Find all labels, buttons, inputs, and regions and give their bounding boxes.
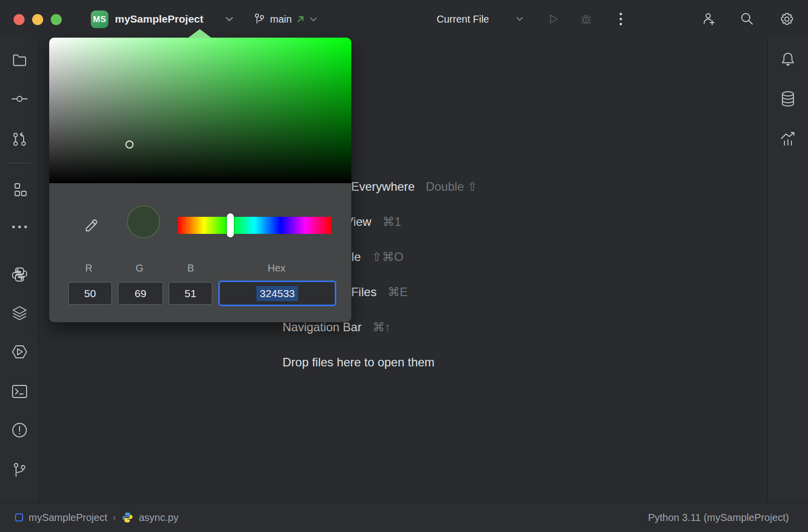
red-input[interactable]: 50 [68,282,112,305]
title-bar: MS mySampleProject main Current File [0,0,808,38]
window-zoom-button[interactable] [51,14,62,25]
problems-icon[interactable] [11,422,28,439]
stripe-divider [8,163,32,163]
layers-icon[interactable] [11,305,28,322]
popup-callout-arrow [188,29,212,38]
branch-name: main [270,14,292,25]
breadcrumb-file[interactable]: async.py [139,512,179,523]
settings-gear-icon[interactable] [779,11,795,27]
more-actions-kebab-icon[interactable] [613,11,629,27]
run-configuration-selector[interactable]: Current File [437,14,489,25]
breadcrumb-chevron-icon: › [113,512,116,523]
color-preview-swatch [127,205,160,238]
status-bar: mySampleProject › async.py Python 3.11 (… [0,502,808,532]
structure-icon[interactable] [11,181,28,198]
hue-slider-handle[interactable] [227,213,234,237]
version-control-icon[interactable] [11,461,28,478]
left-tool-stripe [0,38,39,502]
pull-request-icon[interactable] [11,130,28,148]
database-icon[interactable] [779,90,796,107]
outgoing-commits-arrow-icon [296,15,305,24]
debug-button[interactable] [578,11,594,27]
green-label: G [136,262,144,274]
blue-label: B [187,262,194,274]
more-tool-windows-icon[interactable] [11,218,28,235]
hex-label: Hex [267,262,286,274]
project-name[interactable]: mySampleProject [115,13,203,25]
services-icon[interactable] [11,343,28,360]
vcs-chevron-down-icon [310,17,317,22]
hint-row: Navigation Bar ⌘↑ [283,320,390,334]
pycharm-window: MS mySampleProject main Current File [0,0,808,532]
color-picker-popup: R G B Hex 50 69 51 324533 [49,38,351,322]
terminal-icon[interactable] [11,383,28,400]
hint-shortcut: ⌘↑ [372,320,390,334]
run-config-chevron-down-icon[interactable] [516,16,523,22]
hint-shortcut: ⇧⌘O [372,250,403,264]
run-button[interactable] [545,11,561,27]
vcs-widget[interactable]: main [253,0,317,38]
hex-selected-text: 324533 [256,286,298,301]
notifications-bell-icon[interactable] [779,51,796,68]
python-interpreter-widget[interactable]: Python 3.11 (mySampleProject) [648,512,789,523]
hint-row: Drop files here to open them [283,355,435,369]
profiler-chart-icon[interactable] [779,130,796,147]
drop-files-hint: Drop files here to open them [283,355,435,369]
window-close-button[interactable] [14,14,25,25]
hex-input[interactable]: 324533 [218,281,336,306]
hint-shortcut: ⌘E [387,285,408,299]
hint-shortcut: Double ⇧ [426,180,477,194]
blue-input[interactable]: 51 [169,282,212,305]
saturation-brightness-area[interactable] [49,38,351,183]
python-file-icon [121,511,133,523]
project-icon[interactable]: MS [91,11,108,28]
add-user-icon[interactable] [701,11,717,27]
hint-shortcut: ⌘1 [382,215,401,229]
breadcrumb-project[interactable]: mySampleProject [29,512,107,523]
git-branch-icon [253,13,265,26]
green-input[interactable]: 69 [118,282,163,305]
red-label: R [85,262,92,274]
project-chevron-down-icon[interactable] [225,16,233,22]
breadcrumb: mySampleProject › async.py [15,511,179,523]
hue-slider[interactable] [178,217,331,234]
python-packages-icon[interactable] [11,266,28,283]
right-tool-stripe [767,38,808,502]
eyedropper-icon[interactable] [83,218,99,234]
commit-icon[interactable] [11,90,28,107]
hint-label: Navigation Bar [283,320,361,334]
project-square-icon [15,513,23,521]
window-minimize-button[interactable] [32,14,43,25]
search-icon[interactable] [739,11,755,27]
folder-icon[interactable] [11,52,28,69]
color-cursor[interactable] [125,141,133,149]
